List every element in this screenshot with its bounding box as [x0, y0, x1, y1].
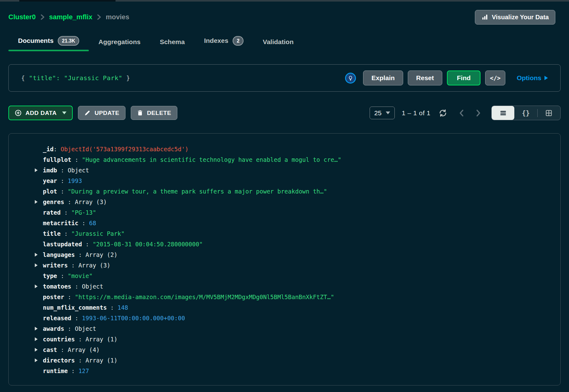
document-field-row[interactable]: imdb : Object: [9, 165, 560, 175]
page-size-value: 25: [374, 109, 381, 117]
find-button[interactable]: Find: [447, 71, 480, 85]
document-field-row[interactable]: plot : "During a preview tour, a theme p…: [9, 186, 560, 197]
document-field-row[interactable]: cast : Array (4): [9, 344, 560, 355]
update-button[interactable]: UPDATE: [78, 106, 125, 120]
refresh-button[interactable]: [437, 107, 448, 119]
document-field-row[interactable]: genres : Array (3): [9, 197, 560, 207]
chevron-left-icon: [458, 109, 465, 117]
expand-caret-icon: [35, 369, 43, 373]
view-toggle-group: {}: [491, 106, 561, 120]
field-key: countries: [43, 336, 75, 343]
document-field-row[interactable]: lastupdated : "2015-08-31 00:04:50.28000…: [9, 239, 560, 249]
document-field-row[interactable]: countries : Array (1): [9, 334, 560, 344]
page-size-dropdown[interactable]: 25: [370, 107, 395, 119]
field-value: ObjectId('573a1399f29313caabcedc5d'): [61, 146, 189, 153]
document-card: _id : ObjectId('573a1399f29313caabcedc5d…: [8, 133, 561, 385]
field-key: writers: [43, 262, 68, 269]
document-field-row[interactable]: released : 1993-06-11T00:00:00.000+00:00: [9, 313, 560, 323]
add-data-button[interactable]: ADD DATA: [8, 106, 73, 120]
field-value: Object: [75, 325, 96, 332]
breadcrumb-database[interactable]: sample_mflix: [49, 13, 92, 21]
field-value: Array (1): [85, 357, 117, 364]
insights-lightbulb-icon[interactable]: [345, 73, 356, 84]
expand-caret-icon: [35, 189, 43, 193]
field-separator: :: [57, 177, 68, 184]
tab-badge: 21.3K: [58, 36, 79, 46]
tab-label: Indexes: [204, 37, 228, 44]
query-input[interactable]: { "title": "Jurassic Park" }: [21, 74, 345, 82]
document-field-row[interactable]: tomatoes : Object: [9, 281, 560, 292]
collection-tabs: Documents 21.3K Aggregations Schema Inde…: [0, 31, 569, 51]
field-value: "Huge advancements in scientific technol…: [82, 156, 341, 163]
options-link[interactable]: Options: [517, 74, 548, 82]
field-key: released: [43, 315, 71, 321]
tab-label: Schema: [160, 38, 185, 46]
document-field-row[interactable]: awards : Object: [9, 323, 560, 334]
tab-label: Aggregations: [98, 38, 140, 46]
refresh-icon: [439, 109, 447, 117]
document-field-row[interactable]: num_mflix_comments : 148: [9, 302, 560, 313]
delete-label: DELETE: [147, 110, 171, 116]
chevron-right-icon: [97, 14, 101, 21]
tab-indexes[interactable]: Indexes 2: [194, 36, 253, 51]
expand-caret-icon[interactable]: [35, 200, 43, 204]
expand-caret-icon: [35, 316, 43, 320]
document-field-row[interactable]: fullplot : "Huge advancements in scienti…: [9, 154, 560, 165]
document-field-row[interactable]: languages : Array (2): [9, 249, 560, 260]
expand-caret-icon[interactable]: [35, 337, 43, 341]
document-field-row[interactable]: rated : "PG-13": [9, 207, 560, 218]
field-key: plot: [43, 188, 57, 195]
window-tab-notch: [19, 0, 116, 2]
document-field-row[interactable]: title : "Jurassic Park": [9, 228, 560, 239]
tab-aggregations[interactable]: Aggregations: [89, 38, 150, 51]
field-key: _id: [43, 146, 53, 153]
field-separator: :: [64, 198, 75, 205]
tab-schema[interactable]: Schema: [150, 38, 194, 51]
bar-chart-icon: [481, 14, 488, 21]
json-view-toggle[interactable]: {}: [514, 106, 537, 120]
field-value: 127: [78, 367, 89, 374]
code-toggle-button[interactable]: </>: [485, 71, 505, 85]
expand-caret-icon[interactable]: [35, 263, 43, 267]
expand-caret-icon: [35, 179, 43, 183]
field-key: rated: [43, 209, 61, 216]
expand-caret-icon[interactable]: [35, 168, 43, 172]
field-key: metacritic: [43, 220, 78, 226]
previous-page-button[interactable]: [457, 108, 466, 118]
expand-caret-icon[interactable]: [35, 358, 43, 362]
expand-caret-icon[interactable]: [35, 285, 43, 288]
expand-caret-icon[interactable]: [35, 327, 43, 330]
document-field-row[interactable]: directors : Array (1): [9, 355, 560, 366]
visualize-your-data-button[interactable]: Visualize Your Data: [475, 10, 555, 25]
document-field-row[interactable]: writers : Array (3): [9, 260, 560, 271]
expand-caret-icon: [35, 274, 43, 278]
document-field-row[interactable]: _id : ObjectId('573a1399f29313caabcedc5d…: [9, 144, 560, 154]
expand-caret-icon[interactable]: [35, 348, 43, 352]
field-separator: :: [75, 357, 85, 364]
breadcrumb-cluster[interactable]: Cluster0: [8, 13, 36, 21]
field-separator: :: [75, 251, 85, 258]
document-field-row[interactable]: runtime : 127: [9, 366, 560, 376]
query-expression: "title": "Jurassic Park": [29, 74, 122, 82]
table-grid-icon: [545, 110, 552, 116]
field-key: imdb: [43, 167, 57, 174]
add-data-label: ADD DATA: [25, 110, 57, 116]
tab-documents[interactable]: Documents 21.3K: [8, 36, 89, 51]
next-page-button[interactable]: [474, 108, 483, 118]
field-separator: :: [57, 272, 68, 279]
field-value: 68: [89, 220, 96, 226]
reset-button[interactable]: Reset: [408, 71, 442, 85]
document-field-row[interactable]: poster : "https://m.media-amazon.com/ima…: [9, 292, 560, 302]
list-view-toggle[interactable]: [492, 106, 514, 120]
document-field-row[interactable]: type : "movie": [9, 271, 560, 281]
query-brace-open: {: [21, 74, 29, 82]
field-value: "movie": [68, 272, 93, 279]
tab-validation[interactable]: Validation: [253, 38, 303, 51]
explain-button[interactable]: Explain: [363, 71, 403, 85]
document-field-row[interactable]: metacritic : 68: [9, 218, 560, 228]
breadcrumb-collection: movies: [106, 13, 129, 21]
delete-button[interactable]: DELETE: [131, 106, 177, 120]
expand-caret-icon[interactable]: [35, 253, 43, 257]
document-field-row[interactable]: year : 1993: [9, 175, 560, 186]
table-view-toggle[interactable]: [538, 106, 560, 120]
